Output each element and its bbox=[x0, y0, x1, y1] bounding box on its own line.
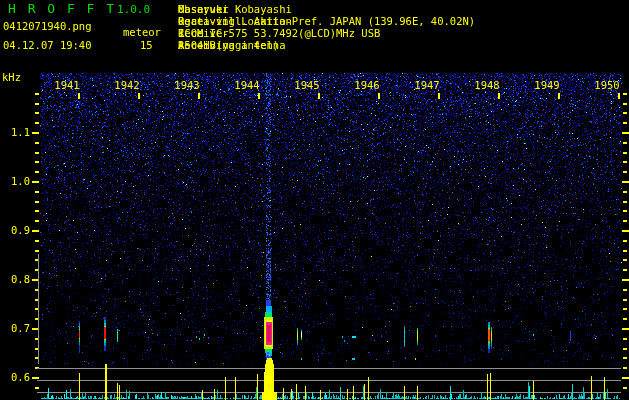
time-tick-label-1948: 1948 bbox=[470, 79, 504, 91]
freq-tick-label-0.6: 0.6 bbox=[0, 371, 30, 383]
freq-tick-label-0.7: 0.7 bbox=[0, 322, 30, 334]
observation-mode: meteor bbox=[123, 26, 161, 38]
time-tick-label-1944: 1944 bbox=[230, 79, 264, 91]
spectrogram-canvas bbox=[0, 0, 629, 400]
time-tick-label-1949: 1949 bbox=[530, 79, 564, 91]
location-value: Ogata-vill. Akita-Pref. JAPAN (139.96E, … bbox=[178, 15, 475, 27]
receiver-value: ICOM IC-575 53.7492(@LCD)MHz USB bbox=[178, 27, 380, 39]
time-tick-label-1946: 1946 bbox=[350, 79, 384, 91]
time-tick-label-1950: 1950 bbox=[590, 79, 624, 91]
time-tick-label-1943: 1943 bbox=[170, 79, 204, 91]
freq-tick-label-1.1: 1.1 bbox=[0, 126, 30, 138]
hrofft-screen: H R O F F T 1.0.0 0412071940.png meteor … bbox=[0, 0, 629, 400]
frequency-axis-unit: kHz bbox=[2, 71, 21, 83]
observation-datetime: 04.12.07 19:40 bbox=[3, 39, 92, 51]
time-tick-label-1945: 1945 bbox=[290, 79, 324, 91]
time-tick-label-1941: 1941 bbox=[50, 79, 84, 91]
antenna-value: A504HB(yagi 4el) bbox=[178, 39, 279, 51]
observer-value: Masayuki Kobayashi bbox=[178, 3, 292, 15]
output-filename: 0412071940.png bbox=[3, 20, 92, 32]
freq-tick-label-1.0: 1.0 bbox=[0, 175, 30, 187]
app-title: H R O F F T bbox=[8, 2, 116, 16]
time-tick-label-1947: 1947 bbox=[410, 79, 444, 91]
time-tick-label-1942: 1942 bbox=[110, 79, 144, 91]
app-version: 1.0.0 bbox=[117, 4, 150, 16]
meteor-echo-count: 15 bbox=[140, 39, 153, 51]
freq-tick-label-0.8: 0.8 bbox=[0, 273, 30, 285]
freq-tick-label-0.9: 0.9 bbox=[0, 224, 30, 236]
